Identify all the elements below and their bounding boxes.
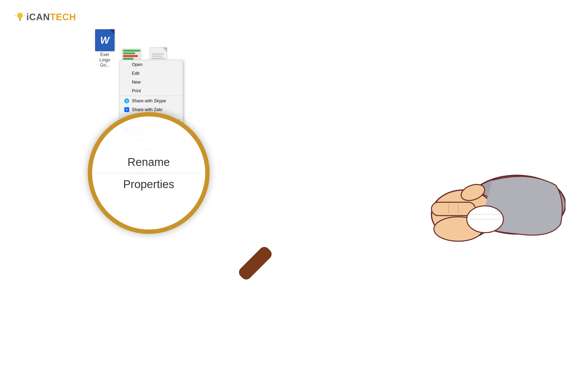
zalo-icon: Z: [124, 107, 130, 112]
menu-print-label: Print: [132, 88, 141, 94]
file-icon-word[interactable]: W ExerLingoGo...: [93, 29, 117, 68]
menu-item-new[interactable]: New: [120, 78, 183, 86]
svg-line-4: [23, 13, 23, 14]
logo-can: CAN: [29, 12, 50, 22]
magnifier-handle-svg: [234, 229, 295, 290]
magnified-content: Rename Properties: [92, 146, 205, 200]
menu-share-skype-label: Share with Skype: [132, 98, 166, 104]
properties-label: Properties: [123, 178, 174, 190]
word-icon-img: W: [95, 29, 115, 51]
menu-item-edit[interactable]: Edit: [120, 69, 183, 78]
svg-rect-14: [237, 244, 274, 282]
word-file-label: ExerLingoGo...: [100, 52, 110, 68]
menu-item-print[interactable]: Print: [120, 86, 183, 95]
svg-rect-2: [19, 19, 21, 20]
svg-point-0: [18, 13, 23, 18]
magnified-properties[interactable]: Properties: [97, 173, 200, 195]
menu-edit-icon: [124, 71, 130, 76]
svg-point-8: [20, 20, 21, 21]
magnifier-circle: Rename Properties: [88, 112, 210, 234]
logo: iCANTECH: [15, 12, 76, 22]
menu-item-open[interactable]: Open: [120, 60, 183, 69]
svg-line-6: [17, 13, 17, 14]
magnified-rename[interactable]: Rename: [97, 151, 200, 173]
hand-illustration: [395, 132, 565, 278]
menu-new-icon: [124, 80, 130, 85]
svg-rect-1: [19, 18, 21, 19]
menu-open-icon: [124, 62, 130, 67]
lightbulb-icon: [15, 12, 25, 22]
rename-label: Rename: [128, 156, 170, 168]
menu-share-zalo-label: Share with Zalo: [132, 107, 162, 112]
menu-edit-label: Edit: [132, 71, 139, 76]
magnifier: Rename Properties: [88, 112, 210, 234]
menu-item-share-skype[interactable]: S Share with Skype: [120, 96, 183, 105]
separator-1: [120, 96, 183, 96]
logo-tech: TECH: [50, 12, 76, 22]
menu-new-label: New: [132, 80, 141, 85]
menu-open-label: Open: [132, 62, 143, 67]
skype-icon: S: [124, 98, 130, 104]
menu-print-icon: [124, 88, 130, 94]
word-letter: W: [100, 35, 110, 46]
logo-i: i: [26, 12, 29, 22]
